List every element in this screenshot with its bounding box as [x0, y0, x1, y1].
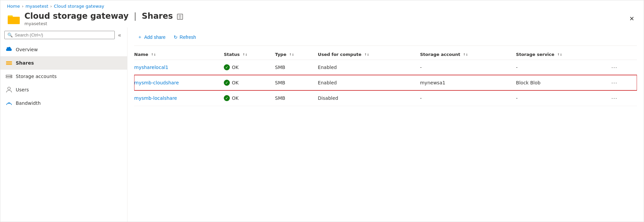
- col-header-actions: [609, 49, 637, 60]
- search-icon: 🔍: [7, 32, 13, 38]
- collapse-button[interactable]: «: [116, 31, 123, 40]
- cell-compute: Enabled: [318, 75, 420, 90]
- cell-storage-service: -: [516, 90, 609, 106]
- add-icon: ＋: [137, 34, 142, 40]
- cell-type: SMB: [275, 90, 318, 106]
- cell-type: SMB: [275, 60, 318, 75]
- add-share-button[interactable]: ＋ Add share: [134, 32, 169, 42]
- more-options-button[interactable]: ···: [609, 79, 620, 87]
- cell-name: mysmb-localshare: [134, 90, 224, 106]
- svg-rect-8: [6, 64, 12, 65]
- sort-compute-icon: ↑↓: [364, 53, 369, 56]
- cell-storage-account: mynewsa1: [420, 75, 516, 90]
- sidebar-label-bandwidth: Bandwidth: [16, 100, 41, 106]
- svg-point-14: [8, 102, 10, 104]
- search-wrapper[interactable]: 🔍: [4, 31, 115, 39]
- col-header-type[interactable]: Type ↑↓: [275, 49, 318, 60]
- bandwidth-icon: [6, 100, 12, 106]
- table-row[interactable]: mysharelocal1OKSMBEnabled--···: [134, 60, 637, 75]
- cell-type: SMB: [275, 75, 318, 90]
- col-header-compute[interactable]: Used for compute ↑↓: [318, 49, 420, 60]
- cell-name: mysmb-cloudshare: [134, 75, 224, 90]
- close-button[interactable]: ✕: [627, 14, 637, 24]
- cell-storage-account: -: [420, 90, 516, 106]
- breadcrumb-home[interactable]: Home: [7, 4, 20, 9]
- col-header-storage-account[interactable]: Storage account ↑↓: [420, 49, 516, 60]
- refresh-icon: ↻: [174, 34, 178, 40]
- shares-table-container: Name ↑↓ Status ↑↓ Type ↑↓: [134, 46, 637, 222]
- content-area: ＋ Add share ↻ Refresh Name ↑↓: [127, 27, 644, 222]
- page-title: Cloud storage gateway | Shares: [24, 11, 173, 21]
- nav-list: Overview Shares: [0, 43, 127, 110]
- breadcrumb-current[interactable]: Cloud storage gateway: [54, 4, 104, 9]
- svg-rect-7: [6, 63, 12, 64]
- page-subtitle: myasetest: [24, 21, 173, 26]
- sidebar-label-users: Users: [16, 87, 29, 92]
- user-icon: [6, 86, 12, 93]
- sidebar-item-shares[interactable]: Shares: [0, 56, 127, 70]
- svg-point-11: [11, 75, 11, 76]
- table-header-row: Name ↑↓ Status ↑↓ Type ↑↓: [134, 49, 637, 60]
- sort-name-icon: ↑↓: [151, 53, 156, 56]
- sidebar-label-shares: Shares: [16, 60, 34, 66]
- shares-table: Name ↑↓ Status ↑↓ Type ↑↓: [134, 49, 637, 106]
- sort-status-icon: ↑↓: [243, 53, 248, 56]
- page-header: Cloud storage gateway | Shares myasetest…: [0, 10, 644, 27]
- sidebar-item-bandwidth[interactable]: Bandwidth: [0, 96, 127, 110]
- cell-storage-account: -: [420, 60, 516, 75]
- sidebar-item-overview[interactable]: Overview: [0, 43, 127, 56]
- more-options-button[interactable]: ···: [609, 94, 620, 102]
- sidebar-label-storage-accounts: Storage accounts: [16, 74, 57, 79]
- cell-name: mysharelocal1: [134, 60, 224, 75]
- table-row[interactable]: mysmb-cloudshareOKSMBEnabledmynewsa1Bloc…: [134, 75, 637, 90]
- svg-rect-6: [6, 61, 12, 62]
- breadcrumb-myasetest[interactable]: myasetest: [25, 4, 48, 9]
- svg-point-13: [8, 87, 10, 90]
- cell-storage-service: -: [516, 60, 609, 75]
- table-row[interactable]: mysmb-localshareOKSMBDisabled--···: [134, 90, 637, 106]
- cell-status: OK: [224, 60, 275, 75]
- cell-storage-service: Block Blob: [516, 75, 609, 90]
- status-ok-icon: [224, 64, 230, 70]
- cell-compute: Disabled: [318, 90, 420, 106]
- storage-icon: [6, 73, 12, 80]
- col-header-storage-service[interactable]: Storage service ↑↓: [516, 49, 609, 60]
- cell-status: OK: [224, 75, 275, 90]
- shares-icon: [6, 60, 12, 66]
- cell-status: OK: [224, 90, 275, 106]
- svg-rect-1: [8, 17, 20, 24]
- toolbar: ＋ Add share ↻ Refresh: [134, 27, 637, 46]
- sidebar-item-storage-accounts[interactable]: Storage accounts: [0, 70, 127, 83]
- folder-icon: [7, 12, 20, 25]
- search-bar: 🔍 «: [0, 27, 127, 43]
- table-body: mysharelocal1OKSMBEnabled--···mysmb-clou…: [134, 60, 637, 106]
- more-options-button[interactable]: ···: [609, 63, 620, 72]
- col-header-name[interactable]: Name ↑↓: [134, 49, 224, 60]
- status-ok-icon: [224, 95, 230, 101]
- status-ok-icon: [224, 80, 230, 86]
- pin-icon[interactable]: [177, 14, 183, 21]
- search-input[interactable]: [15, 32, 112, 38]
- cloud-icon: [6, 46, 12, 53]
- sort-storage-account-icon: ↑↓: [463, 53, 468, 56]
- refresh-button[interactable]: ↻ Refresh: [170, 32, 199, 42]
- sidebar: 🔍 « Overview: [0, 27, 127, 222]
- col-header-status[interactable]: Status ↑↓: [224, 49, 275, 60]
- svg-point-12: [11, 77, 11, 78]
- sidebar-item-users[interactable]: Users: [0, 83, 127, 96]
- sidebar-label-overview: Overview: [16, 47, 38, 52]
- breadcrumb: Home › myasetest › Cloud storage gateway: [0, 0, 644, 10]
- sort-type-icon: ↑↓: [289, 53, 294, 56]
- sort-storage-service-icon: ↑↓: [557, 53, 562, 56]
- cell-compute: Enabled: [318, 60, 420, 75]
